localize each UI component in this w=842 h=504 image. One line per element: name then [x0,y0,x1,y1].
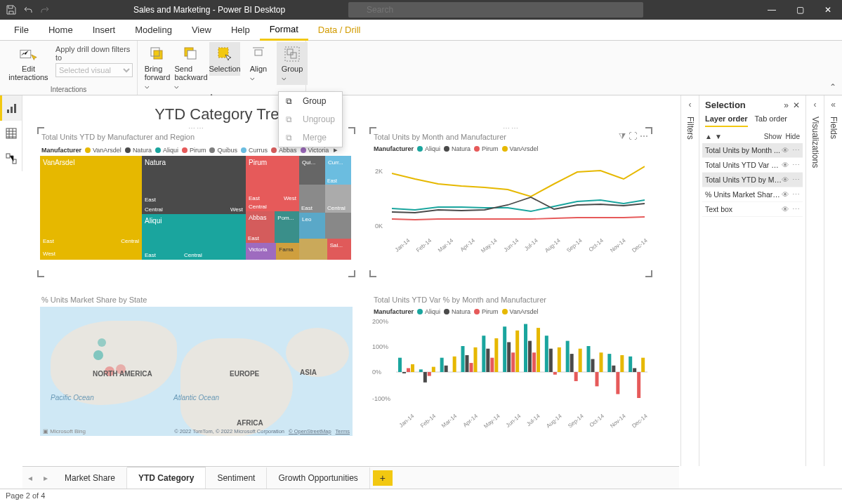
more-icon[interactable]: ⋯ [792,190,800,199]
svg-rect-10 [291,53,296,58]
visibility-icon[interactable]: 👁 [782,205,789,213]
group-dropdown: ⧉Group ⧉Ungroup ⧉Merge [278,91,343,147]
svg-rect-29 [453,357,456,372]
selection-item[interactable]: Total Units by Month ...👁⋯ [702,143,803,158]
page-tab-sentiment[interactable]: Sentiment [206,467,267,489]
align-button[interactable]: Align⌵ [243,42,274,85]
svg-rect-33 [474,347,478,372]
selection-item[interactable]: % Units Market Share ...👁⋯ [702,187,803,202]
grip-icon[interactable]: ⋯⋯ [503,124,520,132]
selection-pane: Selection »✕ Layer order Tab order ▲▼ Sh… [699,95,805,466]
viz-pane[interactable]: ‹ Visualizations [805,95,824,466]
svg-rect-64 [637,372,640,398]
visibility-icon[interactable]: 👁 [782,175,789,184]
expand-icon[interactable]: » [784,100,789,110]
menu-format[interactable]: Format [260,20,308,41]
bring-forward-button[interactable]: Bring forward ⌵ [142,42,173,93]
svg-rect-43 [528,341,532,372]
svg-rect-22 [419,369,423,372]
menubar: File Home Insert Modeling View Help Form… [0,20,842,41]
page-prev-icon[interactable]: ◂ [22,473,38,483]
svg-rect-18 [398,358,402,372]
close-pane-icon[interactable]: ✕ [793,100,800,110]
more-icon[interactable]: ⋯ [792,205,800,213]
chevron-double-left-icon[interactable]: « [831,100,836,110]
treemap-visual[interactable]: ⋯⋯ Total Units YTD by Manufacturer and R… [39,129,353,275]
selection-item[interactable]: Text box👁⋯ [702,202,803,217]
merge-icon: ⧉ [286,133,297,142]
close-button[interactable]: ✕ [814,0,842,20]
more-icon[interactable]: ⋯ [792,161,800,169]
map-body[interactable]: NORTH AMERICA EUROPE ASIA AFRICA Pacific… [40,307,353,436]
svg-rect-7 [255,50,262,55]
app-title: Sales and Marketing - Power BI Desktop [133,5,285,15]
selection-button[interactable]: Selection [209,42,240,76]
report-view-icon[interactable] [0,95,22,121]
ribbon-collapse-icon[interactable]: ⌃ [829,82,836,92]
minimize-button[interactable]: — [758,0,786,20]
edit-interactions-button[interactable]: Edit interactions [4,42,53,84]
fields-pane[interactable]: « Fields [824,95,842,466]
chevron-left-icon[interactable]: ‹ [689,100,692,110]
drill-filter-select[interactable]: Selected visual [55,63,133,77]
move-up-icon[interactable]: ▲ [705,133,712,140]
undo-icon[interactable] [22,4,34,15]
page-next-icon[interactable]: ▸ [38,473,53,483]
show-link[interactable]: Show [764,133,782,140]
page-tab-growth[interactable]: Growth Opportunities [267,467,369,489]
hide-link[interactable]: Hide [785,133,800,140]
visibility-icon[interactable]: 👁 [782,161,789,169]
svg-rect-2 [154,51,162,59]
svg-rect-24 [428,372,431,376]
selection-item[interactable]: Total Units YTD by Ma...👁⋯ [702,173,803,187]
menu-data-drill[interactable]: Data / Drill [308,20,371,39]
svg-rect-57 [600,352,603,372]
redo-icon[interactable] [39,4,51,15]
filters-pane[interactable]: ‹ Filters [680,95,699,466]
page-tabs: ◂ ▸ Market Share YTD Category Sentiment … [22,466,679,489]
search-input[interactable] [348,2,643,18]
menu-help[interactable]: Help [221,20,260,39]
send-backward-button[interactable]: Send backward ⌵ [176,42,206,93]
menu-file[interactable]: File [4,20,39,39]
save-icon[interactable] [6,4,17,15]
dropdown-group[interactable]: ⧉Group [279,92,342,110]
menu-modeling[interactable]: Modeling [125,20,182,39]
group-button[interactable]: Group⌵ [277,42,308,85]
visibility-icon[interactable]: 👁 [782,190,789,199]
map-visual[interactable]: % Units Market Share by State NORTH AMER… [39,284,353,439]
treemap-body[interactable]: VanArsdel East Central West Natura East … [40,156,353,260]
svg-rect-60 [616,372,619,394]
chevron-left-icon[interactable]: ‹ [814,100,817,110]
barchart-visual[interactable]: Total Units YTD Var % by Month and Manuf… [371,284,650,439]
add-page-button[interactable]: + [373,470,393,486]
svg-rect-50 [566,341,570,372]
tab-layer-order[interactable]: Layer order [705,114,748,127]
grip-icon[interactable]: ⋯⋯ [188,124,205,132]
model-view-icon[interactable] [0,146,22,171]
menu-view[interactable]: View [182,20,221,39]
more-icon[interactable]: ⋯ [792,175,800,184]
menu-insert[interactable]: Insert [83,20,126,39]
left-rail [0,95,22,171]
page-tab-ytd-category[interactable]: YTD Category [127,467,206,489]
filter-icon[interactable]: ⧩ [619,131,626,141]
data-view-icon[interactable] [0,121,22,146]
svg-rect-62 [629,357,632,372]
tab-tab-order[interactable]: Tab order [755,114,787,127]
canvas-area[interactable]: YTD Category Trend ⋯⋯ Total Units YTD by… [22,95,679,466]
terms-link[interactable]: Terms [336,428,350,435]
page-tab-market-share[interactable]: Market Share [53,467,127,489]
group-icon: ⧉ [286,96,297,106]
focus-icon[interactable]: ⛶ [629,131,637,141]
move-down-icon[interactable]: ▼ [715,133,722,140]
more-icon[interactable]: ⋯ [792,146,800,154]
selection-item[interactable]: Total Units YTD Var % ...👁⋯ [702,158,803,173]
visibility-icon[interactable]: 👁 [782,146,789,154]
ribbon: Edit interactions Apply drill down filte… [0,41,842,95]
menu-home[interactable]: Home [39,20,83,39]
maximize-button[interactable]: ▢ [786,0,814,20]
linechart-visual[interactable]: ⋯⋯ ⧩ ⛶ ⋯ Total Units by Month and Manufa… [371,129,650,275]
osm-link[interactable]: © OpenStreetMap [289,428,331,435]
more-icon[interactable]: ⋯ [640,131,648,141]
